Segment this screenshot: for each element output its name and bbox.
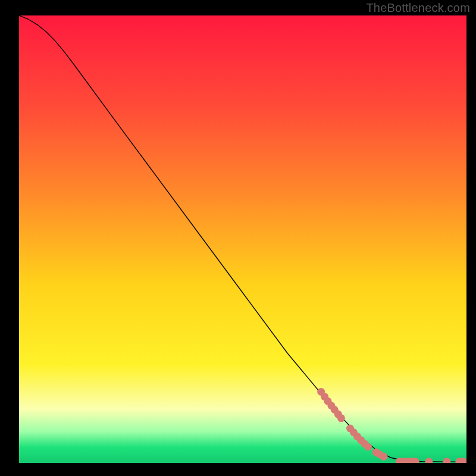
gradient-background (19, 15, 466, 463)
marker-point (364, 443, 372, 450)
plot-svg (19, 15, 466, 463)
marker-point (380, 453, 387, 461)
marker-point (337, 414, 345, 422)
chart-stage: TheBottleneck.com (0, 0, 476, 476)
watermark-text: TheBottleneck.com (366, 1, 470, 15)
plot-area (19, 15, 466, 463)
